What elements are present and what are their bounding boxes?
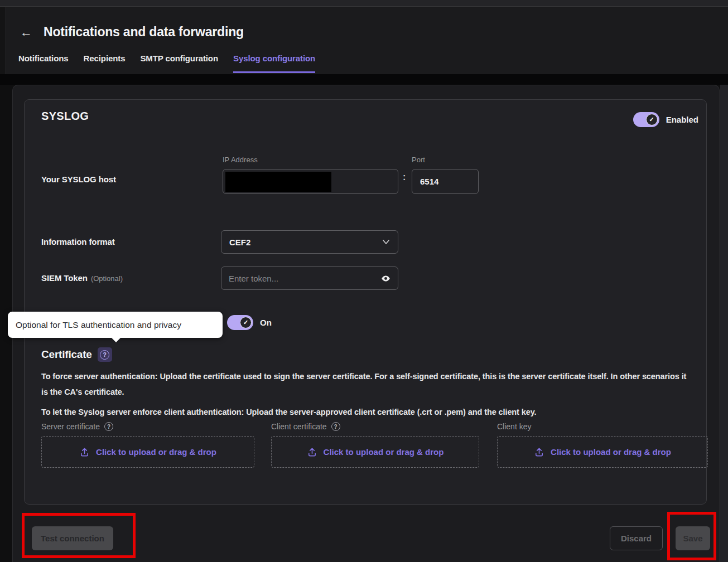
certificate-description-2: To let the Syslog server enforce client … (41, 404, 693, 420)
enabled-toggle-row: ✓ Enabled (633, 112, 698, 127)
tls-tooltip: Optional for TLS authentication and priv… (8, 312, 223, 338)
help-icon[interactable]: ? (331, 422, 340, 431)
client-key-dropzone[interactable]: Click to upload or drag & drop (497, 436, 708, 468)
siem-token-label-row: SIEM Token (Optional) (41, 273, 123, 283)
client-certificate-dropzone[interactable]: Click to upload or drag & drop (271, 436, 479, 468)
title-row: ← Notifications and data forwarding (20, 25, 244, 40)
right-margin-strip (720, 85, 728, 562)
tab-bar: Notifications Recipients SMTP configurat… (18, 54, 315, 73)
client-certificate-upload: Client certificate ? Click to upload or … (271, 422, 479, 468)
header-separator-band (0, 74, 728, 85)
certificate-help-icon[interactable]: ? (98, 347, 112, 362)
page-title: Notifications and data forwarding (44, 25, 244, 40)
tab-recipients[interactable]: Recipients (84, 54, 126, 73)
top-window-bar (0, 0, 728, 7)
host-port-separator: : (403, 172, 406, 182)
toggle-check-icon: ✓ (240, 317, 252, 328)
client-key-label: Client key (497, 422, 531, 431)
eye-icon[interactable] (381, 274, 390, 283)
client-key-upload: Client key Click to upload or drag & dro… (497, 422, 708, 468)
notifications-data-forwarding-page: { "header": { "back_icon": "←", "title":… (0, 0, 728, 562)
port-input[interactable] (412, 169, 479, 194)
test-connection-button[interactable]: Test connection (32, 526, 113, 550)
upload-icon (307, 447, 317, 457)
siem-token-optional-label: (Optional) (91, 274, 123, 283)
tls-tooltip-text: Optional for TLS authentication and priv… (16, 320, 181, 330)
certificate-description-1: To force server authentication: Upload t… (41, 369, 693, 400)
tab-notifications[interactable]: Notifications (18, 54, 69, 73)
dropzone-label: Click to upload or drag & drop (551, 447, 671, 457)
discard-button[interactable]: Discard (610, 526, 663, 550)
save-button[interactable]: Save (676, 526, 710, 550)
server-certificate-dropzone[interactable]: Click to upload or drag & drop (41, 436, 254, 468)
help-icon[interactable]: ? (104, 422, 113, 431)
back-arrow-icon[interactable]: ← (20, 26, 32, 38)
port-label: Port (412, 156, 425, 164)
upload-icon (534, 447, 544, 457)
ip-address-label: IP Address (223, 156, 258, 164)
server-certificate-upload: Server certificate ? Click to upload or … (41, 422, 254, 468)
tab-syslog-configuration[interactable]: Syslog configuration (233, 54, 315, 73)
upload-icon (79, 447, 90, 457)
client-certificate-label: Client certificate (271, 422, 327, 431)
ip-address-redaction (225, 172, 331, 192)
information-format-select[interactable]: CEF2 (221, 230, 398, 254)
syslog-enabled-toggle[interactable]: ✓ (633, 112, 659, 127)
tls-toggle[interactable]: ✓ (227, 315, 253, 330)
chevron-down-icon (382, 239, 390, 245)
syslog-host-label: Your SYSLOG host (41, 175, 116, 184)
siem-token-input[interactable] (229, 274, 381, 283)
certificate-heading-row: Certificate ? (41, 347, 112, 362)
tls-toggle-state-label: On (260, 318, 272, 327)
syslog-section-title: SYSLOG (41, 110, 89, 123)
enabled-toggle-label: Enabled (666, 115, 698, 124)
siem-token-label: SIEM Token (41, 273, 88, 283)
information-format-value: CEF2 (229, 238, 250, 247)
question-mark-icon: ? (100, 350, 109, 360)
toggle-check-icon: ✓ (646, 114, 658, 125)
information-format-label: Information format (41, 237, 115, 246)
siem-token-field (221, 267, 398, 290)
ip-address-input[interactable] (223, 169, 398, 194)
certificate-title: Certificate (41, 348, 92, 361)
dropzone-label: Click to upload or drag & drop (96, 447, 216, 457)
tls-toggle-row: ✓ On (227, 315, 272, 330)
syslog-card: SYSLOG ✓ Enabled Your SYSLOG host IP Add… (24, 99, 707, 505)
server-certificate-label: Server certificate (41, 422, 100, 431)
tab-smtp-configuration[interactable]: SMTP configuration (140, 54, 218, 73)
dropzone-label: Click to upload or drag & drop (324, 447, 444, 457)
header-left-edge (0, 7, 6, 74)
